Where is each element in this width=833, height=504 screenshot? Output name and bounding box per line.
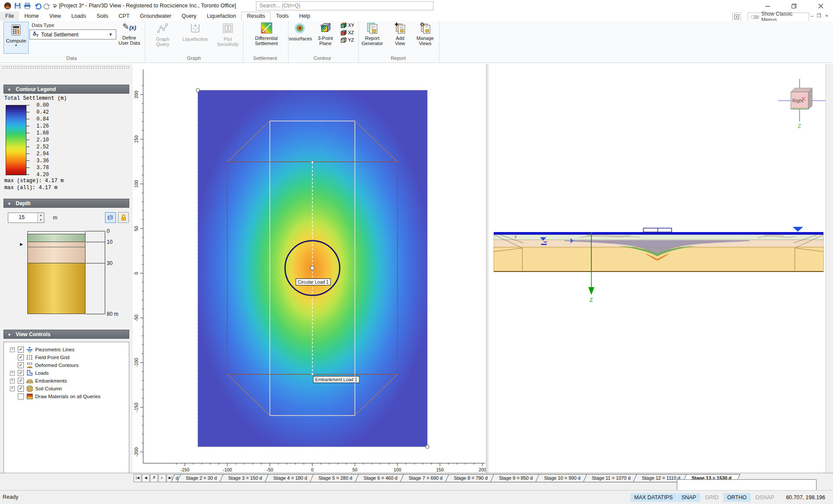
menu-item-query[interactable]: Query <box>177 12 202 21</box>
differential-settlement-button[interactable]: DifferentialSettlement <box>252 22 281 46</box>
tree-item-deformed-contours[interactable]: +✓Deformed Contours <box>4 361 129 369</box>
redo-icon[interactable] <box>43 2 51 10</box>
spinner-down-icon[interactable]: ▼ <box>37 218 44 223</box>
search-input[interactable]: Search... (Ctrl+Q) <box>256 1 433 10</box>
stage-first-button[interactable]: |◀ <box>134 474 141 482</box>
plot-sensitivity-button[interactable]: PlotSensitivity <box>215 22 241 47</box>
selection-handle[interactable] <box>196 88 200 92</box>
expand-icon[interactable]: + <box>10 371 15 376</box>
checkbox[interactable]: ✓ <box>18 354 24 360</box>
status-toggle-ortho[interactable]: ORTHO <box>723 493 751 502</box>
stage-number-button[interactable]: # <box>150 474 158 482</box>
stage-tab[interactable]: Stage 4 = 180 d <box>266 474 314 482</box>
isosurfaces-button[interactable]: Isosurfaces <box>286 22 313 41</box>
stage-tab[interactable]: Stage 8 = 790 d <box>447 474 495 482</box>
menu-item-soils[interactable]: Soils <box>91 12 113 21</box>
tree-item-draw-materials-on-all-queries[interactable]: +Draw Materials on all Queries <box>4 393 129 400</box>
menu-item-file[interactable]: File <box>0 12 19 21</box>
status-toggle-grid[interactable]: GRID <box>701 493 722 502</box>
checkbox[interactable]: ✓ <box>18 386 24 392</box>
xz-plane-button[interactable]: XZ <box>340 29 354 36</box>
add-view-button[interactable]: AddView <box>387 22 413 46</box>
doc-minimize-button[interactable]: – <box>809 13 815 18</box>
depth-header[interactable]: ▼ Depth <box>3 199 129 208</box>
checkbox[interactable] <box>18 393 24 399</box>
embankment-load-label[interactable]: Embankment Load 1 <box>313 376 360 383</box>
depth-input[interactable]: 15 ▲ ▼ <box>8 213 44 223</box>
menu-item-view[interactable]: View <box>44 12 66 21</box>
doc-close-button[interactable]: × <box>823 13 830 18</box>
restore-button[interactable] <box>788 2 800 10</box>
tree-item-loads[interactable]: +✓Loads <box>4 369 129 377</box>
stage-next-button[interactable]: ▶ <box>158 474 166 482</box>
legend-tick-label: 4.20 <box>36 172 49 178</box>
stage-tab[interactable]: Stage 11 = 1070 d <box>585 474 637 482</box>
checkbox[interactable]: ✓ <box>18 347 24 353</box>
menu-item-cpt[interactable]: CPT <box>114 12 135 21</box>
minimize-button[interactable] <box>762 2 774 10</box>
yz-plane-button[interactable]: YZ <box>340 36 354 43</box>
menu-item-tools[interactable]: Tools <box>271 12 294 21</box>
stage-tab[interactable]: Stage 7 = 690 d <box>402 474 449 482</box>
report-generator-button[interactable]: ReportGenerator <box>359 22 385 46</box>
expand-icon[interactable]: + <box>10 379 15 383</box>
stage-tab[interactable]: Stage 5 = 280 d <box>312 474 359 482</box>
tree-item-embankments[interactable]: +✓Embankments <box>4 377 129 385</box>
draw-materials-icon <box>26 393 33 400</box>
graph-query-button[interactable]: GraphQuery <box>150 22 176 47</box>
stage-tab[interactable]: Stage 6 = 460 d <box>357 474 404 482</box>
menu-item-home[interactable]: Home <box>19 12 44 21</box>
svg-text:0: 0 <box>134 272 139 275</box>
spinner-up-icon[interactable]: ▲ <box>37 213 44 218</box>
tree-item-piezometric-lines[interactable]: +✓Piezometric Lines <box>4 346 129 353</box>
expand-icon[interactable]: + <box>10 386 15 391</box>
menu-item-help[interactable]: Help <box>294 12 315 21</box>
stage-tab[interactable]: Stage 9 = 850 d <box>492 474 540 482</box>
menu-item-groundwater[interactable]: Groundwater <box>135 12 177 21</box>
legend-tick-label: 1.68 <box>36 130 49 136</box>
status-toggle-snap[interactable]: SNAP <box>678 493 700 502</box>
expand-icon[interactable]: + <box>10 347 15 352</box>
tree-item-label: Draw Materials on all Queries <box>35 394 101 399</box>
undo-icon[interactable] <box>34 2 42 10</box>
show-classic-menus-toggle[interactable]: Show Classic Menus <box>748 13 809 21</box>
data-type-select[interactable]: δT Total Settlement ▼ <box>30 29 116 39</box>
stage-tab[interactable]: Stage 3 = 150 d <box>221 474 269 482</box>
compute-button[interactable]: Compute ▼ <box>3 22 29 54</box>
stage-tab[interactable]: Stage 2 = 30 d <box>179 474 224 482</box>
stage-prev-button[interactable]: ◀ <box>142 474 150 482</box>
save-icon[interactable] <box>13 2 22 10</box>
tree-item-field-point-grid[interactable]: +✓Field Point Grid <box>4 353 129 361</box>
doc-restore-button[interactable]: ❐ <box>816 13 822 19</box>
depth-lock-button[interactable] <box>118 212 129 223</box>
print-icon[interactable] <box>23 2 31 10</box>
view-cube-gizmo[interactable]: Right Y Z <box>778 79 826 129</box>
contour-legend-header[interactable]: ▼ Contour Legend <box>3 85 129 94</box>
xy-plane-button[interactable]: XY <box>340 22 354 29</box>
liquefaction-button[interactable]: Liquefaction <box>182 22 208 42</box>
stage-tab[interactable]: Stage 10 = 990 d <box>537 474 587 482</box>
plan-view-pane[interactable]: -150-100-50050100150200 200150100500-50-… <box>133 64 486 473</box>
checkbox[interactable]: ✓ <box>18 370 24 376</box>
menu-item-loads[interactable]: Loads <box>66 12 91 21</box>
close-button[interactable] <box>815 2 827 10</box>
status-toggle-osnap[interactable]: OSNAP <box>751 493 778 502</box>
stage-edit-box[interactable] <box>677 479 817 491</box>
menu-item-liquefaction[interactable]: Liquefaction <box>202 12 241 21</box>
ribbon-collapse-icon[interactable] <box>732 13 741 21</box>
status-toggle-max-datatips[interactable]: MAX DATATIPS <box>630 493 677 502</box>
checkbox[interactable]: ✓ <box>18 362 24 368</box>
depth-layers-button[interactable] <box>105 212 116 223</box>
manage-views-button[interactable]: ManageViews <box>412 22 438 46</box>
selection-handle[interactable] <box>426 445 429 448</box>
define-user-data-button[interactable]: ✎(x) DefineUser Data <box>116 22 142 46</box>
circular-load-label[interactable]: Circular Load 1 <box>295 278 331 285</box>
menu-item-results[interactable]: Results <box>241 12 271 21</box>
checkbox[interactable]: ✓ <box>18 378 24 384</box>
view-controls-header[interactable]: ▼ View Controls <box>3 330 129 339</box>
three-point-plane-button[interactable]: 3-PointPlane <box>313 22 338 46</box>
section-view-pane[interactable]: x Z Right Y Z <box>489 64 826 473</box>
panel-grip[interactable] <box>2 65 130 69</box>
tree-item-soil-column[interactable]: +✓Soil Column <box>4 385 129 393</box>
collapse-triangle-icon: ▼ <box>7 85 11 95</box>
